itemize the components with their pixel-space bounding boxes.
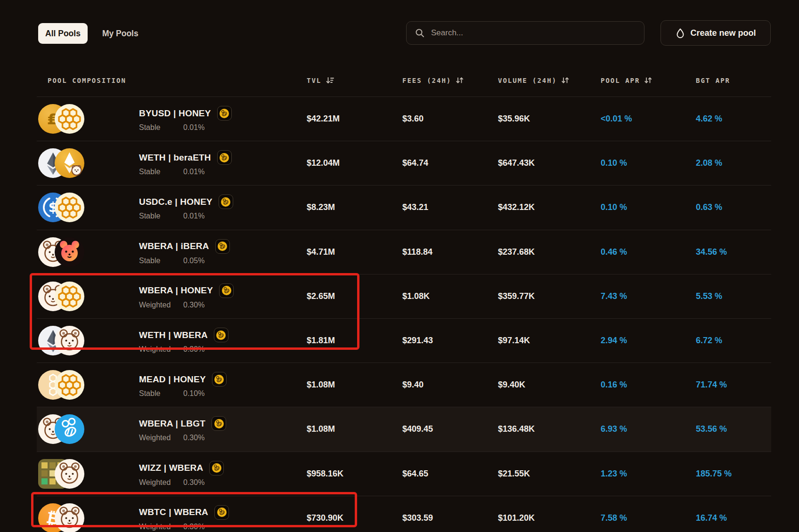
pool-row[interactable]: $ USDC.e | HONEY Stable 0.01% $8.23M $43… [37,185,771,229]
bgt-apr-cell: 5.53 % [696,291,771,301]
header-volume-24h[interactable]: VOLUME (24H) [498,76,601,84]
pools-tabs: All Pools My Pools [38,23,146,44]
token-icon-pair: $ [38,193,84,222]
pool-fee-tier: 0.30% [183,478,204,487]
token-icon-pair: ₿ [38,503,84,532]
pool-row[interactable]: WETH | beraETH Stable 0.01% $12.04M $64.… [37,141,771,185]
token-icon-pair [38,237,84,267]
bee-badge-icon [209,461,224,476]
pool-apr-cell: 0.16 % [601,380,696,390]
token-icon-honey [55,370,84,400]
pool-name: WIZZ | WBERA [139,463,203,473]
bee-badge-icon [219,283,234,298]
sort-toggle-icon[interactable] [456,76,464,84]
tab-all-pools[interactable]: All Pools [38,23,88,44]
bgt-apr-cell: 16.74 % [696,513,771,523]
token-icon-wbera [55,326,84,355]
header-tvl[interactable]: TVL [307,76,402,84]
tvl-cell: $730.90K [307,513,402,523]
fees-cell: $64.74 [402,158,498,168]
pool-row[interactable]: WBERA | iBERA Stable 0.05% $4.71M $118.8… [37,230,771,274]
bee-badge-icon [217,106,232,121]
bgt-apr-cell: 4.62 % [696,114,771,124]
tab-my-pools[interactable]: My Pools [95,23,146,44]
pool-row[interactable]: WETH | WBERA Weighted 0.30% $1.81M $291.… [37,318,771,363]
fees-cell: $118.84 [402,247,498,257]
token-icon-pair [38,326,84,355]
pool-apr-cell: 1.23 % [601,469,696,479]
token-icon-wbera [55,503,84,532]
pool-name: WBTC | WBERA [139,507,208,517]
pool-composition-cell: MEAD | HONEY Stable 0.10% [37,363,307,407]
pool-apr-cell: 7.58 % [601,513,696,523]
token-icon-honey [55,104,84,134]
pool-fee-tier: 0.05% [183,257,204,265]
pool-composition-cell: WETH | WBERA Weighted 0.30% [37,319,307,363]
bgt-apr-cell: 6.72 % [696,336,771,346]
token-icon-honey [55,193,84,222]
pool-fee-tier: 0.01% [183,123,204,132]
search-icon [415,28,424,38]
pools-page: { "tabs": [ {"label": "All Pools", "acti… [0,0,799,532]
token-icon-wbera [55,459,84,489]
header-pool-composition: POOL COMPOSITION [37,77,307,84]
bee-badge-icon [217,150,232,165]
sort-toggle-icon[interactable] [561,76,570,84]
pool-name: USDC.e | HONEY [139,197,212,207]
token-icon-ibera [55,237,84,267]
pool-row[interactable]: WBERA | LBGT Weighted 0.30% $1.08M $409.… [37,407,771,451]
pool-row[interactable]: ₤ BYUSD | HONEY Stable 0.01% $42.21M $3.… [37,97,771,141]
fees-cell: $9.40 [402,380,498,390]
fees-cell: $3.60 [402,114,498,124]
bee-badge-icon [215,239,230,254]
create-new-pool-button[interactable]: Create new pool [660,20,771,46]
tvl-cell: $1.08M [307,380,402,390]
pool-row[interactable]: MEAD | HONEY Stable 0.10% $1.08M $9.40 $… [37,363,771,407]
pool-apr-cell: 6.93 % [601,424,696,434]
header-pool-apr[interactable]: POOL APR [601,76,696,84]
fees-cell: $1.08K [402,291,498,301]
pool-type: Weighted [139,434,183,442]
pool-apr-cell: 2.94 % [601,336,696,346]
volume-cell: $136.48K [498,424,601,434]
bgt-apr-cell: 2.08 % [696,158,771,168]
token-icon-pair [38,414,84,444]
volume-cell: $35.96K [498,114,601,124]
pools-table: POOL COMPOSITION TVL FEES (24H) VOLUME (… [37,64,771,532]
pool-composition-cell: ₿ WBTC | WBERA Weighted 0.30% [37,496,307,532]
pool-composition-cell: WBERA | LBGT Weighted 0.30% [37,407,307,451]
pool-fee-tier: 0.30% [183,434,204,442]
search-input[interactable] [430,28,636,38]
pool-fee-tier: 0.30% [183,301,204,309]
pool-composition-cell: $ USDC.e | HONEY Stable 0.01% [37,185,307,229]
pool-fee-tier: 0.01% [183,168,204,176]
table-header-row: POOL COMPOSITION TVL FEES (24H) VOLUME (… [37,64,771,97]
pool-composition-cell: WBERA | iBERA Stable 0.05% [37,230,307,274]
pool-row[interactable]: WIZZ | WBERA Weighted 0.30% $958.16K $64… [37,451,771,496]
fees-cell: $43.21 [402,202,498,212]
header-bgt-apr: BGT APR [696,77,771,84]
token-icon-pair: ₤ [38,104,84,134]
tvl-cell: $2.65M [307,291,402,301]
pool-row[interactable]: WBERA | HONEY Weighted 0.30% $2.65M $1.0… [37,274,771,318]
bee-badge-icon [219,194,233,209]
tvl-cell: $8.23M [307,202,402,212]
pool-row[interactable]: ₿ WBTC | WBERA Weighted 0.30% $730.90K $… [37,496,771,532]
token-icon-pair [38,148,84,178]
bee-badge-icon [212,372,227,387]
token-icon-pair [38,282,84,311]
token-icon-lbgt [55,414,84,444]
bgt-apr-cell: 34.56 % [696,247,771,257]
create-new-pool-label: Create new pool [690,28,756,38]
header-fees-24h[interactable]: FEES (24H) [402,76,498,84]
volume-cell: $9.40K [498,380,601,390]
search-box[interactable] [406,21,644,45]
bee-badge-icon [212,416,226,431]
token-icon-honey [55,282,84,311]
sort-descending-icon[interactable] [326,76,334,84]
pool-composition-cell: WIZZ | WBERA Weighted 0.30% [37,452,307,496]
token-icon-pair [38,370,84,400]
pool-fee-tier: 0.01% [183,212,204,220]
pool-composition-cell: ₤ BYUSD | HONEY Stable 0.01% [37,97,307,141]
sort-toggle-icon[interactable] [644,76,652,84]
